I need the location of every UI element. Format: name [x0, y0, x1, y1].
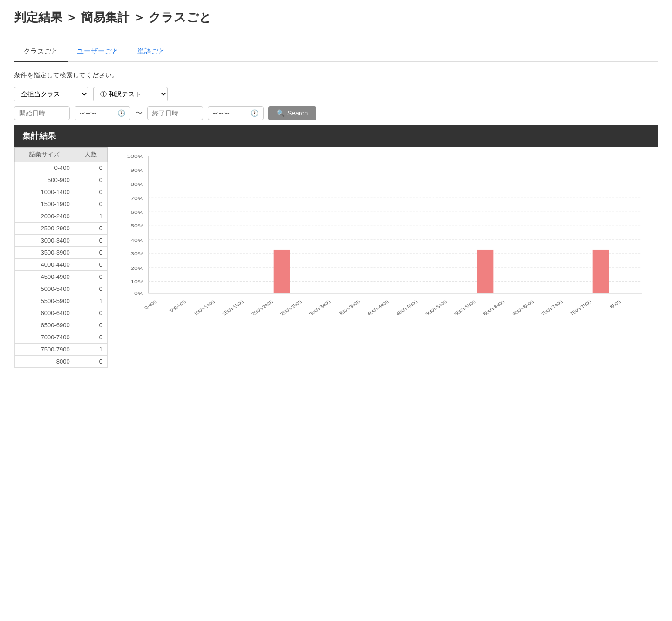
range-cell: 5500-5900 [15, 295, 75, 307]
range-cell: 8000 [15, 356, 75, 368]
svg-text:2000-2400: 2000-2400 [250, 299, 275, 316]
svg-text:8000: 8000 [608, 299, 622, 309]
end-date-input[interactable] [147, 106, 203, 120]
tabs-container: クラスごと ユーザーごと 単語ごと [14, 42, 658, 62]
svg-text:6000-6400: 6000-6400 [482, 299, 506, 316]
search-icon: 🔍 [277, 109, 285, 117]
range-tilde: 〜 [135, 108, 143, 118]
chart-area: 100% 90% 80% 70% 60% 50% 40% 30% 20% [108, 147, 658, 368]
bar-chart: 100% 90% 80% 70% 60% 50% 40% 30% 20% [112, 152, 648, 329]
svg-text:90%: 90% [130, 168, 143, 173]
table-row: 500-900 0 [15, 174, 108, 186]
range-cell: 7500-7900 [15, 344, 75, 356]
range-cell: 2500-2900 [15, 223, 75, 235]
count-cell: 0 [75, 271, 107, 283]
col-header-range: 語彙サイズ [15, 148, 75, 162]
table-row: 1500-1900 0 [15, 198, 108, 210]
start-time-input[interactable]: --:--:-- 🕐 [75, 106, 130, 120]
svg-text:40%: 40% [130, 237, 143, 243]
range-cell: 1500-1900 [15, 198, 75, 210]
page-title: 判定結果 ＞ 簡易集計 ＞ クラスごと [14, 9, 658, 33]
svg-text:3000-3400: 3000-3400 [307, 299, 332, 316]
test-select[interactable]: ① 和訳テスト [93, 87, 168, 101]
svg-text:4000-4400: 4000-4400 [366, 299, 390, 316]
bar-5500-5900 [477, 250, 493, 293]
results-table: 語彙サイズ 人数 0-400 0 500-900 0 1000-1400 0 1… [14, 147, 108, 368]
range-cell: 0-400 [15, 162, 75, 174]
table-row: 7000-7400 0 [15, 331, 108, 344]
svg-text:20%: 20% [130, 265, 143, 270]
count-cell: 0 [75, 223, 107, 235]
tab-user[interactable]: ユーザーごと [68, 42, 128, 62]
end-time-input[interactable]: --:--:-- 🕐 [208, 106, 264, 120]
start-date-input[interactable] [14, 106, 70, 120]
range-cell: 4000-4400 [15, 259, 75, 271]
svg-text:5500-5900: 5500-5900 [453, 299, 477, 316]
count-cell: 1 [75, 210, 107, 223]
count-cell: 0 [75, 174, 107, 186]
count-cell: 1 [75, 295, 107, 307]
svg-text:50%: 50% [130, 223, 143, 229]
count-cell: 0 [75, 235, 107, 247]
clock-icon-2: 🕐 [251, 109, 258, 117]
table-row: 2000-2400 1 [15, 210, 108, 223]
table-row: 3000-3400 0 [15, 235, 108, 247]
table-row: 6000-6400 0 [15, 307, 108, 319]
col-header-count: 人数 [75, 148, 107, 162]
svg-text:7500-7900: 7500-7900 [568, 299, 593, 316]
range-cell: 500-900 [15, 174, 75, 186]
count-cell: 0 [75, 319, 107, 331]
table-row: 5000-5400 0 [15, 283, 108, 295]
results-container: 語彙サイズ 人数 0-400 0 500-900 0 1000-1400 0 1… [14, 147, 658, 368]
svg-text:1500-1900: 1500-1900 [221, 299, 245, 316]
range-cell: 5000-5400 [15, 283, 75, 295]
svg-text:60%: 60% [130, 209, 143, 215]
table-row: 3500-3900 0 [15, 247, 108, 259]
table-row: 1000-1400 0 [15, 186, 108, 198]
count-cell: 0 [75, 186, 107, 198]
bar-7500-7900 [593, 250, 609, 293]
svg-text:100%: 100% [127, 154, 144, 159]
count-cell: 0 [75, 259, 107, 271]
svg-text:80%: 80% [130, 182, 143, 187]
search-button[interactable]: 🔍 Search [268, 106, 316, 120]
svg-text:2500-2900: 2500-2900 [279, 299, 304, 316]
count-cell: 0 [75, 307, 107, 319]
range-cell: 7000-7400 [15, 331, 75, 344]
class-select[interactable]: 全担当クラス [14, 87, 88, 101]
filter-row-datetime: --:--:-- 🕐 〜 --:--:-- 🕐 🔍 Search [14, 106, 658, 120]
table-row: 8000 0 [15, 356, 108, 368]
tab-word[interactable]: 単語ごと [128, 42, 175, 62]
table-row: 2500-2900 0 [15, 223, 108, 235]
count-cell: 0 [75, 283, 107, 295]
count-cell: 0 [75, 331, 107, 344]
clock-icon: 🕐 [117, 109, 125, 117]
svg-text:4500-4900: 4500-4900 [394, 299, 419, 316]
svg-text:0-400: 0-400 [143, 299, 158, 310]
svg-text:6500-6900: 6500-6900 [511, 299, 536, 316]
tab-class[interactable]: クラスごと [14, 42, 68, 62]
range-cell: 6500-6900 [15, 319, 75, 331]
filter-row-selects: 全担当クラス ① 和訳テスト [14, 87, 658, 101]
table-row: 4500-4900 0 [15, 271, 108, 283]
table-row: 7500-7900 1 [15, 344, 108, 356]
range-cell: 3000-3400 [15, 235, 75, 247]
range-cell: 3500-3900 [15, 247, 75, 259]
count-cell: 0 [75, 247, 107, 259]
count-cell: 0 [75, 198, 107, 210]
range-cell: 1000-1400 [15, 186, 75, 198]
svg-text:1000-1400: 1000-1400 [192, 299, 217, 316]
count-cell: 1 [75, 344, 107, 356]
svg-text:3500-3900: 3500-3900 [337, 299, 361, 316]
range-cell: 2000-2400 [15, 210, 75, 223]
count-cell: 0 [75, 356, 107, 368]
range-cell: 6000-6400 [15, 307, 75, 319]
table-row: 5500-5900 1 [15, 295, 108, 307]
bar-2000-2400 [274, 250, 290, 293]
table-row: 4000-4400 0 [15, 259, 108, 271]
results-header: 集計結果 [14, 125, 658, 147]
svg-text:0%: 0% [134, 290, 144, 296]
search-instruction: 条件を指定して検索してください。 [14, 71, 658, 80]
count-cell: 0 [75, 162, 107, 174]
svg-text:30%: 30% [130, 251, 143, 256]
